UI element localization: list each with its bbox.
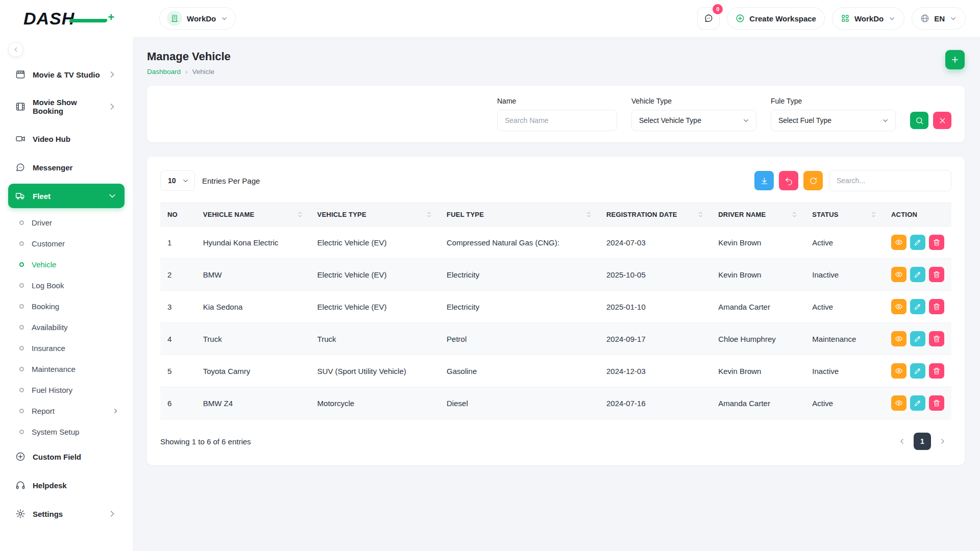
sidebar-item-log-book[interactable]: Log Book xyxy=(14,275,125,296)
sidebar-item-label: Video Hub xyxy=(33,135,70,143)
fuel-type-cell: Electricity xyxy=(447,270,479,279)
view-button[interactable] xyxy=(891,363,906,379)
delete-button[interactable] xyxy=(929,331,944,346)
sort-icon[interactable] xyxy=(297,211,303,218)
messages-button[interactable]: 0 xyxy=(697,7,720,30)
workspace-menu-button[interactable]: WorkDo xyxy=(832,7,904,30)
chevron-right-icon xyxy=(107,69,117,80)
fuel-type-select[interactable]: Select Fuel Type xyxy=(771,110,896,131)
edit-button[interactable] xyxy=(910,395,925,411)
view-button[interactable] xyxy=(891,235,906,250)
delete-button[interactable] xyxy=(929,363,944,379)
sidebar-item-driver[interactable]: Driver xyxy=(14,212,125,233)
column-header[interactable]: DRIVER NAME xyxy=(711,203,805,227)
view-button[interactable] xyxy=(891,267,906,282)
status-text: Inactive xyxy=(812,367,839,375)
column-header[interactable]: VEHICLE TYPE xyxy=(310,203,439,227)
delete-button[interactable] xyxy=(929,267,944,282)
edit-button[interactable] xyxy=(910,235,925,250)
refresh-button[interactable] xyxy=(803,171,823,190)
language-selector[interactable]: EN xyxy=(912,7,966,30)
entries-summary: Showing 1 to 6 of 6 entries xyxy=(160,437,251,446)
plus-icon xyxy=(950,55,960,64)
chevron-right-icon xyxy=(107,509,117,519)
table-row: 6 BMW Z4 Motorcycle Diesel 2024-07-16 Am… xyxy=(160,387,951,419)
pencil-icon xyxy=(914,238,922,246)
pencil-icon xyxy=(914,335,922,343)
view-button[interactable] xyxy=(891,299,906,314)
sidebar-item-label: Settings xyxy=(33,510,63,518)
column-header[interactable]: REGISTRATION DATE xyxy=(599,203,711,227)
vehicle-type-select[interactable]: Select Vehicle Type xyxy=(631,110,756,131)
column-header[interactable]: ACTION xyxy=(884,203,951,227)
sidebar-item-video-hub[interactable]: Video Hub xyxy=(8,127,125,151)
sidebar-item-movie-tv-studio[interactable]: Movie & TV Studio xyxy=(8,62,125,87)
add-vehicle-button[interactable] xyxy=(945,50,965,69)
view-button[interactable] xyxy=(891,331,906,346)
next-page-button[interactable] xyxy=(934,433,951,450)
sidebar-item-system-setup[interactable]: System Setup xyxy=(14,421,125,442)
sort-icon[interactable] xyxy=(870,211,877,218)
sort-icon[interactable] xyxy=(697,211,704,218)
sidebar-item-report[interactable]: Report xyxy=(14,400,125,421)
page-1-button[interactable]: 1 xyxy=(914,433,931,450)
edit-button[interactable] xyxy=(910,331,925,346)
edit-button[interactable] xyxy=(910,363,925,379)
row-number: 2 xyxy=(167,270,172,279)
bullet-icon xyxy=(19,304,24,309)
delete-button[interactable] xyxy=(929,299,944,314)
edit-button[interactable] xyxy=(910,299,925,314)
name-filter-input[interactable] xyxy=(497,110,617,131)
previous-page-button[interactable] xyxy=(893,433,911,450)
delete-button[interactable] xyxy=(929,395,944,411)
sort-icon[interactable] xyxy=(791,211,798,218)
table-controls: 10 Entries Per Page xyxy=(160,170,951,191)
column-header[interactable]: FUEL TYPE xyxy=(439,203,599,227)
video-camera-icon xyxy=(15,134,26,144)
sidebar-item-customer[interactable]: Customer xyxy=(14,233,125,254)
sidebar-item-messenger[interactable]: Messenger xyxy=(8,155,125,180)
sidebar-item-helpdesk[interactable]: Helpdesk xyxy=(8,473,125,497)
column-header[interactable]: VEHICLE NAME xyxy=(196,203,310,227)
column-header[interactable]: STATUS xyxy=(805,203,884,227)
bullet-icon xyxy=(19,346,24,350)
column-header[interactable]: NO xyxy=(160,203,196,227)
entries-per-page-value: 10 xyxy=(168,177,176,185)
create-workspace-button[interactable]: Create Workspace xyxy=(727,7,825,30)
sidebar-item-booking[interactable]: Booking xyxy=(14,296,125,317)
breadcrumb-link-dashboard[interactable]: Dashboard xyxy=(147,68,181,76)
sidebar-item-fleet[interactable]: Fleet xyxy=(8,184,125,208)
sidebar-collapse-button[interactable] xyxy=(8,42,23,57)
workspace-avatar xyxy=(167,11,182,26)
sidebar-item-movie-show-booking[interactable]: Movie Show Booking xyxy=(8,91,125,122)
app-logo[interactable]: DASH + xyxy=(23,9,100,29)
delete-button[interactable] xyxy=(929,235,944,250)
entries-per-page-select[interactable]: 10 xyxy=(160,170,195,191)
export-button[interactable] xyxy=(754,171,774,190)
trash-icon xyxy=(933,399,941,407)
sidebar-item-custom-field[interactable]: Custom Field xyxy=(8,444,125,469)
sidebar-item-vehicle[interactable]: Vehicle xyxy=(14,254,125,275)
table-row: 5 Toyota Camry SUV (Sport Utility Vehicl… xyxy=(160,355,951,387)
sidebar-item-insurance[interactable]: Insurance xyxy=(14,338,125,359)
apply-filters-button[interactable] xyxy=(910,112,928,129)
sort-icon[interactable] xyxy=(585,211,592,218)
undo-button[interactable] xyxy=(779,171,798,190)
view-button[interactable] xyxy=(891,395,906,411)
sidebar-subitem-label: Availability xyxy=(32,323,68,332)
sidebar-item-label: Messenger xyxy=(33,163,72,172)
edit-button[interactable] xyxy=(910,267,925,282)
sidebar-item-fuel-history[interactable]: Fuel History xyxy=(14,380,125,400)
sidebar-item-settings[interactable]: Settings xyxy=(8,502,125,526)
reset-filters-button[interactable] xyxy=(933,112,951,129)
sidebar-item-availability[interactable]: Availability xyxy=(14,317,125,338)
table-row: 4 Truck Truck Petrol 2024-09-17 Chloe Hu… xyxy=(160,323,951,355)
row-actions xyxy=(891,235,944,250)
row-number: 1 xyxy=(167,238,172,247)
sort-icon[interactable] xyxy=(426,211,432,218)
sidebar-item-maintenance[interactable]: Maintenance xyxy=(14,359,125,380)
top-header: DASH + WorkDo 0 Create Workspace WorkDo … xyxy=(0,0,980,37)
workspace-switcher[interactable]: WorkDo xyxy=(159,7,236,30)
workspace-name: WorkDo xyxy=(187,14,216,23)
table-search-input[interactable] xyxy=(829,170,951,191)
